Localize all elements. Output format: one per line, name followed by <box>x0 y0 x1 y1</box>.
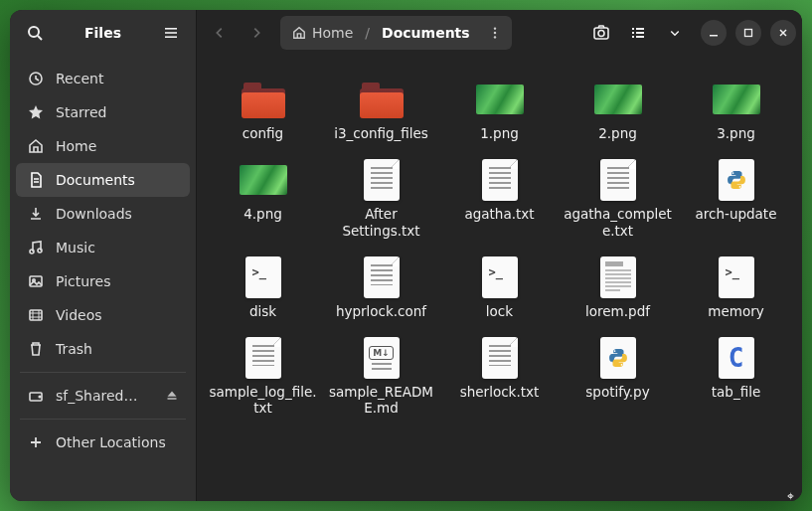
toolbar-search-button[interactable] <box>584 16 618 50</box>
image-icon <box>713 80 760 119</box>
sidebar-item-label: Documents <box>56 172 135 188</box>
file-name: agatha.txt <box>464 206 534 223</box>
trash-icon <box>28 341 44 357</box>
minimize-icon <box>709 28 719 38</box>
maximize-button[interactable] <box>735 20 761 46</box>
path-separator: / <box>363 25 372 41</box>
svg-point-34 <box>613 350 615 352</box>
camera-search-icon <box>592 24 610 42</box>
sidebar-item-label: Videos <box>56 307 102 323</box>
app-title: Files <box>58 25 148 41</box>
file-item[interactable]: agatha_complete.txt <box>560 154 676 246</box>
file-name: After Settings.txt <box>327 206 435 240</box>
svg-rect-4 <box>165 36 177 38</box>
file-item[interactable]: 2.png <box>560 74 676 148</box>
path-segment-label: Home <box>312 25 353 41</box>
file-name: 3.png <box>717 125 755 142</box>
minimize-button[interactable] <box>701 20 727 46</box>
sidebar-item-documents[interactable]: Documents <box>16 163 190 197</box>
forward-button[interactable] <box>240 16 273 50</box>
starred-icon <box>28 104 44 120</box>
back-button[interactable] <box>203 16 237 50</box>
markdown-icon: M↓ <box>358 338 406 378</box>
sidebar-item-downloads[interactable]: Downloads <box>16 197 190 231</box>
view-mode-button[interactable] <box>621 16 655 50</box>
sidebar: Files RecentStarredHomeDocumentsDownload… <box>10 10 197 501</box>
file-item[interactable]: hyprlock.conf <box>323 252 439 326</box>
file-item[interactable]: spotify.py <box>560 332 676 424</box>
home-icon <box>28 138 44 154</box>
svg-point-35 <box>620 364 622 366</box>
pictures-icon <box>28 273 44 289</box>
svg-rect-3 <box>165 32 177 34</box>
sidebar-item-videos[interactable]: Videos <box>16 298 190 332</box>
kebab-icon <box>488 26 502 40</box>
svg-rect-2 <box>165 28 177 30</box>
sidebar-item-recent[interactable]: Recent <box>16 62 190 95</box>
file-item[interactable]: config <box>205 74 321 148</box>
file-grid[interactable]: configi3_config_files1.png2.png3.png4.pn… <box>197 56 802 501</box>
file-name: agatha_complete.txt <box>564 206 672 240</box>
toolbar: Home / Documents <box>197 10 802 56</box>
file-item[interactable]: M↓sample_README.md <box>323 332 439 424</box>
file-name: sample_log_file.txt <box>209 384 317 418</box>
file-item[interactable]: sample_log_file.txt <box>205 332 321 424</box>
file-item[interactable]: >_disk <box>205 252 321 326</box>
sidebar-item-starred[interactable]: Starred <box>16 95 190 129</box>
file-item[interactable]: After Settings.txt <box>323 154 439 246</box>
sidebar-item-pictures[interactable]: Pictures <box>16 264 190 298</box>
close-button[interactable] <box>770 20 796 46</box>
file-item[interactable]: 1.png <box>441 74 558 148</box>
file-item[interactable]: arch-update <box>678 154 794 246</box>
cursor-icon: ⌖ <box>787 489 794 503</box>
text-icon <box>594 160 642 200</box>
file-item[interactable]: agatha.txt <box>441 154 558 246</box>
file-item[interactable]: >_lock <box>441 252 558 326</box>
svg-rect-10 <box>30 276 42 286</box>
path-menu-button[interactable] <box>482 20 508 46</box>
file-name: disk <box>249 303 276 320</box>
sidebar-item-music[interactable]: Music <box>16 231 190 264</box>
file-item[interactable]: lorem.pdf <box>560 252 676 326</box>
search-button[interactable] <box>18 16 52 50</box>
sidebar-other-locations[interactable]: Other Locations <box>16 426 190 459</box>
file-item[interactable]: sherlock.txt <box>441 332 558 424</box>
file-name: sherlock.txt <box>460 384 540 401</box>
sidebar-header: Files <box>10 10 196 56</box>
file-name: lock <box>486 303 513 320</box>
file-item[interactable]: 3.png <box>678 74 794 148</box>
file-name: 1.png <box>480 125 519 142</box>
documents-icon <box>28 172 44 188</box>
chevron-down-icon <box>669 27 681 39</box>
svg-point-33 <box>738 186 740 188</box>
file-name: config <box>243 125 283 142</box>
sidebar-menu-button[interactable] <box>154 16 188 50</box>
file-name: memory <box>708 303 763 320</box>
path-segment-documents[interactable]: Documents <box>374 21 478 45</box>
main-area: Home / Documents <box>197 10 802 501</box>
eject-button[interactable] <box>166 390 178 402</box>
file-name: hyprlock.conf <box>336 303 426 320</box>
sidebar-item-label: Pictures <box>56 273 110 289</box>
sidebar-item-label: Trash <box>56 341 92 357</box>
chevron-right-icon <box>249 26 263 40</box>
file-item[interactable]: 4.png <box>205 154 321 246</box>
sidebar-item-trash[interactable]: Trash <box>16 332 190 366</box>
path-segment-home[interactable]: Home <box>284 21 361 45</box>
script-icon: >_ <box>713 257 760 297</box>
recent-icon <box>28 71 44 86</box>
svg-rect-28 <box>710 35 718 37</box>
downloads-icon <box>28 206 44 222</box>
sidebar-mount[interactable]: sf_Shared… <box>16 379 190 413</box>
sidebar-item-home[interactable]: Home <box>16 129 190 163</box>
file-item[interactable]: i3_config_files <box>323 74 439 148</box>
script-icon: >_ <box>476 257 524 297</box>
search-icon <box>27 25 43 41</box>
sidebar-item-label: sf_Shared… <box>56 388 138 404</box>
view-options-button[interactable] <box>658 16 692 50</box>
file-item[interactable]: Ctab_file <box>678 332 794 424</box>
file-item[interactable]: >_memory <box>678 252 794 326</box>
svg-point-18 <box>493 32 495 34</box>
svg-rect-24 <box>632 32 634 34</box>
file-name: arch-update <box>696 206 777 223</box>
